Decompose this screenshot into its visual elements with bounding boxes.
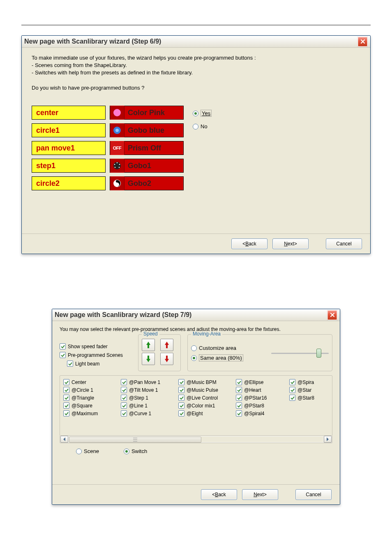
next-button[interactable]: Next > [272,238,309,249]
scene-item-checkbox[interactable]: @Maximum [63,410,117,416]
radio-label: Scene [84,448,99,454]
svg-point-5 [119,164,120,165]
scene-item-checkbox[interactable]: @Ellipse [236,379,285,385]
scroll-thumb[interactable] [69,437,201,443]
scroll-right-button[interactable] [324,436,332,443]
next-button[interactable]: Next > [242,489,278,500]
scene-item-label: @Square [71,403,92,409]
horizontal-scrollbar[interactable] [60,436,332,443]
scene-item-label: @Maximum [71,411,98,416]
scene-preview-column: center circle1 pan move1 step1 circle2 [32,106,106,190]
cancel-button[interactable]: Cancel [326,238,362,249]
scene-item-checkbox[interactable]: @Triangle [63,395,117,401]
checkbox-indicator [60,352,66,358]
back-button[interactable]: < Back [231,238,267,249]
scene-item-label: @Spiral4 [244,411,265,416]
scene-item-checkbox[interactable]: @Curve 1 [121,410,174,416]
scene-item-label: @PStar16 [244,395,267,401]
scene-label: center [32,109,58,117]
scene-radio[interactable]: Scene [76,448,99,454]
scene-item-checkbox[interactable]: @Star8 [289,395,322,401]
scene-item-checkbox[interactable]: @Tilt Move 1 [121,387,174,393]
switch-button: Gobo1 [110,159,184,173]
dialog-title: New page with Scanlibrary wizard (Step 6… [24,38,357,45]
preprogrammed-scenes-checkbox[interactable]: Pre-programmed Scenes [60,352,131,358]
speed-up-red-button[interactable] [160,339,173,351]
checkbox-indicator [178,387,184,393]
customize-area-radio[interactable]: Customize area [191,345,243,351]
checkbox-indicator [60,343,66,349]
scene-item-checkbox[interactable]: @Eight [178,410,232,416]
scene-item-checkbox[interactable]: @PStar16 [236,395,285,401]
scene-item-label: @Step 1 [129,395,148,401]
scene-item-checkbox[interactable]: Center [63,379,117,385]
area-slider[interactable] [271,349,329,357]
light-beam-checkbox[interactable]: Light beam [60,361,131,367]
speed-down-red-button[interactable] [160,353,173,365]
scene-item-checkbox[interactable]: @Color mix1 [178,402,232,409]
titlebar: New page with Scanlibrary wizard (Step 7… [52,309,340,321]
scroll-track[interactable] [69,437,323,442]
switch-preview-column: Color Pink Gobo blue OFF Prism Off G [110,106,184,190]
scroll-left-button[interactable] [60,436,68,443]
close-button[interactable] [357,37,368,47]
scene-item-checkbox[interactable]: @PStar8 [236,402,285,409]
scene-item-checkbox[interactable]: @Pan Move 1 [121,379,174,385]
scene-item-label: @Star8 [297,395,314,401]
group-legend: Speed [142,331,159,337]
cancel-button[interactable]: Cancel [295,489,332,500]
radio-indicator [193,111,198,116]
checkbox-indicator [63,410,69,416]
switch-label: Color Pink [125,109,183,117]
gobo-blue-icon [110,123,125,137]
scene-item-checkbox[interactable]: @Heart [236,387,285,393]
switch-button: Color Pink [110,106,184,120]
scene-button: circle1 [32,123,106,137]
scene-item-checkbox[interactable]: @Step 1 [121,395,174,401]
same-area-radio[interactable]: Same area (80%) [191,354,243,361]
scene-item-label: Center [71,379,86,385]
scene-item-checkbox[interactable]: @Square [63,402,117,409]
checkbox-indicator [178,410,184,416]
svg-point-4 [117,162,118,164]
close-button[interactable] [327,310,337,320]
scene-item-checkbox[interactable]: @Star [289,387,322,393]
scene-item-checkbox[interactable]: @Spira [289,379,322,385]
intro-line: To make immediate use of your fixtures, … [32,54,360,62]
wizard-step7-dialog: New page with Scanlibrary wizard (Step 7… [52,309,340,505]
scene-list: Center@Pan Move 1@Music BPM@Ellipse@Spir… [60,375,332,436]
scene-item-label: @Color mix1 [187,403,215,409]
switch-label: Gobo2 [125,179,183,188]
scene-item-checkbox[interactable]: @Music Pulse [178,387,232,393]
radio-indicator [124,449,129,454]
scene-item-checkbox[interactable]: @Line 1 [121,402,174,409]
speed-down-green-button[interactable] [142,353,155,365]
show-speed-fader-checkbox[interactable]: Show speed fader [60,343,131,349]
scene-label: circle1 [32,126,60,135]
speed-up-green-button[interactable] [142,339,155,351]
checkbox-indicator [289,395,295,401]
scene-item-checkbox[interactable]: @Spiral4 [236,410,285,416]
checkbox-label: Pre-programmed Scenes [68,352,123,358]
scene-item-checkbox[interactable]: @Circle 1 [63,387,117,393]
scene-item-checkbox[interactable]: @Music BPM [178,379,232,385]
scene-item-label: @Pan Move 1 [129,379,160,385]
intro-text: To make immediate use of your fixtures, … [32,54,360,76]
checkbox-indicator [121,379,127,385]
checkbox-indicator [236,410,242,416]
radio-label: Switch [131,448,147,454]
scene-button: step1 [32,159,106,173]
yes-radio[interactable]: Yes [193,110,212,117]
no-radio[interactable]: No [193,123,212,130]
speed-group: Speed [138,334,181,371]
slider-thumb[interactable] [316,349,321,358]
intro-line: - Scenes coming from the ShapeLibrary. [32,62,360,69]
switch-label: Gobo1 [125,162,183,170]
scene-item-label: @Live Control [187,395,218,401]
scene-item-checkbox[interactable]: @Live Control [178,395,232,401]
switch-radio[interactable]: Switch [124,448,147,454]
scene-item-label: @Line 1 [129,403,148,409]
back-button[interactable]: < Back [201,489,237,500]
scene-item-label: @Music Pulse [187,387,218,393]
scene-item-label: @Star [297,387,311,393]
